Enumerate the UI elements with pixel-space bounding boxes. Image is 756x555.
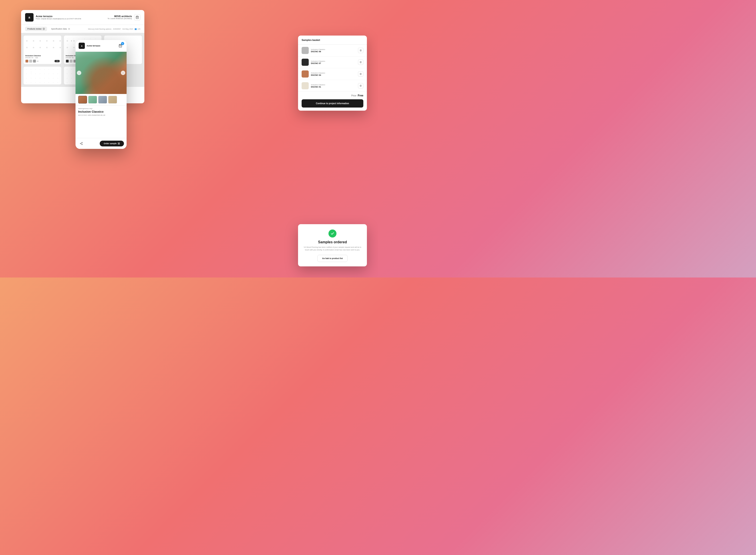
svg-line-9 [81,144,82,144]
swatch[interactable] [66,59,69,62]
product-image [24,36,61,53]
svg-line-10 [81,143,82,143]
sample-info-2: Inclusion Classico DGCNC 07 [311,60,356,65]
thumbnail-1[interactable] [78,96,87,103]
svg-point-6 [82,142,83,143]
samples-basket-title: Samples basket [298,36,367,45]
product-card[interactable] [23,67,61,85]
mobile-brand: a Acme terrazzo [79,43,100,49]
product-category: Heterogeneous vinyl [78,108,124,109]
to-person: To: Laurie Anderson (Architect) [107,17,132,19]
mobile-product-sku: ACCZ EXC 4/80-DIAMOND-BLUE [78,114,124,116]
confirmation-panel: Samples ordered V4 Wood Flooring has bee… [298,224,367,266]
mobile-product-detail: a Acme terrazzo 5 ‹ › Heterogeneous viny… [76,40,127,149]
cart-count: 5 [121,42,124,45]
svg-point-7 [80,143,81,144]
sample-product-name-4: Inclusion Classico [311,84,356,86]
sample-delete-3[interactable] [358,71,363,77]
recipient-info: MOVE architects To: Laurie Anderson (Arc… [107,15,132,19]
sample-info-1: Inclusion Classico DGCNC 06 [311,48,356,53]
products-review-icon [43,28,45,30]
swatch[interactable] [33,59,36,62]
sample-item-3: Inclusion Classico DGCNC 04 [298,68,367,80]
sample-swatch-2 [302,59,309,66]
mobile-cart-button[interactable]: 5 [117,43,124,49]
svg-point-1 [44,29,44,29]
delete-icon [360,73,362,75]
thumbnail-3[interactable] [98,96,107,103]
product-detail-text: Heterogeneous vinyl Inclusion Classico A… [76,105,127,118]
tab-specification-data[interactable]: Specification data [49,27,73,31]
sample-swatch-1 [302,47,309,54]
share-button[interactable] [78,140,84,146]
mobile-header: a Acme terrazzo 5 [76,40,127,52]
brand-info: Acme terrazzo From: Charlie Brown charli… [36,15,81,20]
svg-rect-12 [119,143,120,143]
sample-product-name-3: Inclusion Classico [311,72,356,74]
delete-icon [360,49,362,51]
mobile-product-title: Inclusion Classico [78,110,124,114]
header-recipient: MOVE architects To: Laurie Anderson (Arc… [107,14,140,20]
swatch[interactable] [25,59,29,62]
continue-button[interactable]: Continue to project information [302,99,363,108]
sample-info-3: Inclusion Classico DGCNC 04 [311,72,356,76]
sample-code-3: DGCNC 04 [311,74,356,76]
product-info: Inclusion Classico DGCNC 04 - £££ +2 CON [24,53,61,64]
project-meta: Mercury hotel flooring options JV003567 … [88,28,141,30]
price-value: Free [358,94,363,97]
sample-product-name-2: Inclusion Classico [311,60,356,62]
image-prev-button[interactable]: ‹ [77,71,81,75]
company-name: Acme terrazzo [36,15,81,17]
delete-icon [360,61,362,63]
main-header: a Acme terrazzo From: Charlie Brown char… [21,10,144,25]
product-code: DGCNC 04 - £££ [25,57,59,58]
header-brand: a Acme terrazzo From: Charlie Brown char… [25,13,81,22]
product-name: Inclusion Classico [25,55,59,57]
success-icon [328,229,337,238]
thumbnail-strip [76,94,127,105]
brand-logo: a [25,13,34,22]
check-icon [330,231,335,236]
sample-delete-1[interactable] [358,48,363,53]
product-card[interactable]: Inclusion Classico DGCNC 04 - £££ +2 CON [23,35,61,64]
tabs-left: Products review Specification data [25,27,73,31]
sample-product-name-1: Inclusion Classico [311,48,356,50]
swatch[interactable] [29,59,32,62]
svg-rect-13 [118,144,119,144]
sample-item-4: Inclusion Classico DGCNC 01 [298,80,367,92]
swatch-more: +2 [37,60,38,62]
product-image [24,67,61,84]
product-main-image: ‹ › [76,52,127,94]
back-to-products-button[interactable]: Go bak to product list [317,255,347,262]
order-icon [118,142,120,145]
mobile-actions: Order sample [76,138,127,149]
svg-rect-14 [119,144,120,144]
price-section: Price Free [298,92,367,99]
cart-button[interactable] [134,14,140,20]
image-next-button[interactable]: › [121,71,125,75]
sample-code-1: DGCNC 06 [311,50,356,53]
samples-basket-panel: Samples basket Inclusion Classico DGCNC … [298,36,367,111]
sample-item-2: Inclusion Classico DGCNC 07 [298,56,367,68]
share-icon [80,142,83,145]
sample-code-2: DGCNC 07 [311,62,356,65]
product-swatches: +2 CON [25,59,59,62]
spec-data-icon [68,28,70,30]
confirmation-title: Samples ordered [303,240,362,244]
thumbnail-4[interactable] [108,96,117,103]
price-label: Price [351,94,356,97]
thumbnail-2[interactable] [88,96,97,103]
sample-swatch-3 [302,71,309,78]
order-sample-button[interactable]: Order sample [100,141,124,146]
product-badge: CON [55,60,59,62]
to-company: MOVE architects [107,15,132,17]
tab-products-review[interactable]: Products review [25,27,47,31]
sample-item-1: Inclusion Classico DGCNC 06 [298,45,367,56]
sample-delete-4[interactable] [358,83,363,88]
mobile-company-name: Acme terrazzo [87,45,100,47]
swatch[interactable] [70,59,73,62]
delete-icon [360,85,362,87]
company-from: From: Charlie Brown charlie@acme.co.uk 0… [36,18,81,20]
sample-swatch-4 [302,82,309,89]
sample-delete-2[interactable] [358,59,363,65]
